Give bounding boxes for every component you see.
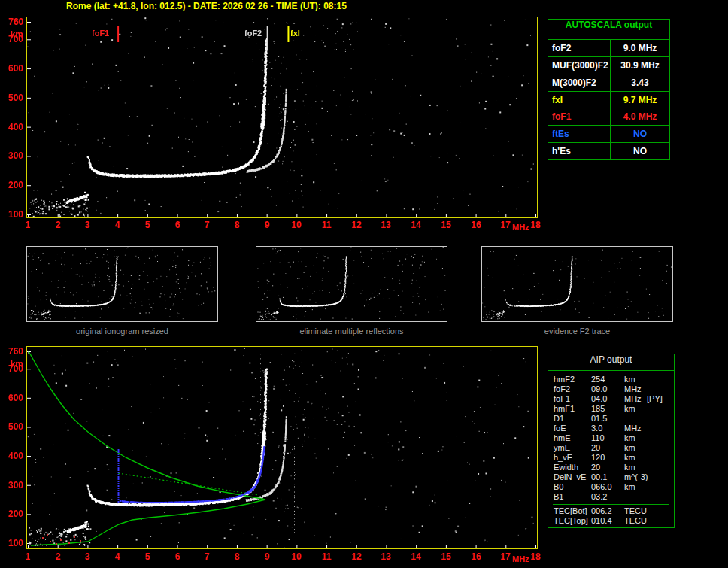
aip-note [647, 433, 674, 443]
aip-separator [553, 504, 669, 505]
aip-value: 20 [591, 443, 624, 453]
aip-unit: km [624, 482, 647, 492]
aip-row-yme: ymE20km [548, 443, 674, 453]
y-tick-label: 760 [3, 346, 23, 357]
aip-unit: km [624, 433, 647, 443]
aip-param: hmF2 [554, 375, 591, 384]
x-tick-label: 7 [198, 551, 216, 562]
aip-param: DelN_vE [554, 472, 591, 482]
aip-note [647, 516, 674, 526]
thumbnail-canvas-f2 [482, 247, 672, 321]
autoscala-value: NO [610, 143, 669, 159]
aip-note [647, 424, 674, 433]
y-tick-label: 200 [3, 180, 23, 190]
aip-value: 3.0 [591, 424, 624, 433]
y-tick-label: 200 [3, 509, 23, 519]
x-tick-label: 10 [287, 220, 305, 230]
aip-unit: km [624, 404, 647, 414]
ionogram-plot-profile [26, 346, 538, 549]
x-tick-label: 5 [138, 220, 156, 230]
x-tick-label: 11 [317, 551, 335, 562]
x-tick-label: 15 [437, 220, 455, 230]
x-tick-label: 11 [317, 220, 335, 230]
aip-row-hme: hmE110km [548, 433, 674, 443]
autoscala-output-panel: AUTOSCALA output foF29.0 MHzMUF(3000)F23… [548, 19, 670, 160]
aip-unit [624, 414, 647, 424]
x-tick-label: 2 [49, 220, 67, 230]
x-tick-label: 7 [198, 220, 216, 230]
ionogram-canvas-main [27, 17, 537, 217]
x-tick-label: 6 [168, 551, 187, 562]
ionogram-canvas-profile [27, 347, 537, 548]
marker-label-fxi: fxI [290, 29, 300, 38]
aip-unit: km [624, 443, 647, 453]
autoscala-value: 30.9 MHz [610, 57, 669, 74]
x-tick-label: 13 [377, 220, 395, 230]
aip-value: 185 [591, 404, 624, 414]
autoscala-row-m(3000)f2: M(3000)F23.43 [548, 74, 669, 92]
aip-unit: MHz [624, 424, 647, 433]
aip-rows: hmF2254kmfoF209.0MHzfoF104.0MHz[PY]hmF11… [548, 371, 674, 526]
aip-note [647, 384, 674, 394]
x-tick-label: 9 [258, 220, 276, 230]
autoscala-param: ftEs [548, 126, 610, 142]
aip-note [647, 472, 674, 482]
x-tick-label: 8 [228, 220, 246, 230]
aip-unit: km [624, 453, 647, 463]
aip-note [647, 375, 674, 384]
autoscala-value: NO [610, 126, 669, 142]
autoscala-row-muf(3000)f2: MUF(3000)F230.9 MHz [548, 57, 669, 74]
aip-param: hmF1 [554, 404, 591, 414]
x-tick-label: 14 [407, 551, 425, 562]
aip-value: 00.1 [591, 472, 624, 482]
autoscala-row-ftes: ftEsNO [548, 126, 669, 143]
x-tick-label: 10 [287, 551, 305, 562]
window-title: Rome (lat: +41.8, lon: 012.5) - DATE: 20… [66, 1, 347, 11]
aip-unit: km [624, 463, 647, 472]
aip-note [647, 404, 674, 414]
autoscala-value: 4.0 MHz [610, 108, 669, 125]
x-tick-label: 12 [347, 551, 366, 562]
aip-value: 09.0 [591, 384, 624, 394]
aip-row-b0: B0066.0km [548, 482, 674, 492]
autoscala-row-fof2: foF29.0 MHz [548, 40, 669, 57]
aip-row-fof1: foF104.0MHz[PY] [548, 394, 674, 404]
autoscala-window: Rome (lat: +41.8, lon: 012.5) - DATE: 20… [0, 0, 728, 568]
autoscala-param: h'Es [548, 143, 610, 159]
y-tick-label: 500 [3, 421, 23, 432]
aip-value: 254 [591, 375, 624, 384]
aip-note [647, 492, 674, 502]
aip-param: ymE [554, 443, 591, 453]
x-tick-label: 3 [78, 220, 96, 230]
x-tick-label: 8 [228, 551, 246, 562]
aip-note [647, 453, 674, 463]
autoscala-row-fof1: foF14.0 MHz [548, 108, 669, 126]
autoscala-panel-title: AUTOSCALA output [548, 20, 669, 40]
aip-note [647, 463, 674, 472]
aip-unit: MHz [624, 394, 647, 404]
x-tick-label: 1 [19, 220, 37, 230]
autoscala-value: 9.0 MHz [610, 40, 669, 56]
x-tick-label: 5 [138, 551, 156, 562]
aip-row-tec[top]: TEC[Top]010.4TECU [548, 516, 674, 526]
aip-value: 04.0 [591, 394, 624, 404]
y-tick-label: 100 [3, 209, 23, 220]
autoscala-value: 9.7 MHz [610, 92, 669, 108]
marker-label-fof2: foF2 [244, 29, 262, 38]
y-tick-label: 400 [3, 122, 23, 132]
x-tick-label: 16 [467, 220, 485, 230]
x-tick-label: 1 [19, 551, 37, 562]
aip-row-b1: B103.2 [548, 492, 674, 502]
x-tick-label: 13 [377, 551, 395, 562]
aip-param: B1 [554, 492, 591, 502]
aip-value: 120 [591, 453, 624, 463]
x-tick-label: 15 [437, 551, 455, 562]
y-tick-label: 500 [3, 93, 23, 103]
autoscala-param: foF1 [548, 108, 610, 125]
x-tick-label: 16 [467, 551, 485, 562]
aip-note [647, 443, 674, 453]
aip-row-hmf2: hmF2254km [548, 375, 674, 384]
aip-unit: m^(-3) [624, 472, 647, 482]
aip-param: B0 [554, 482, 591, 492]
thumbnail-canvas-original [27, 247, 217, 321]
